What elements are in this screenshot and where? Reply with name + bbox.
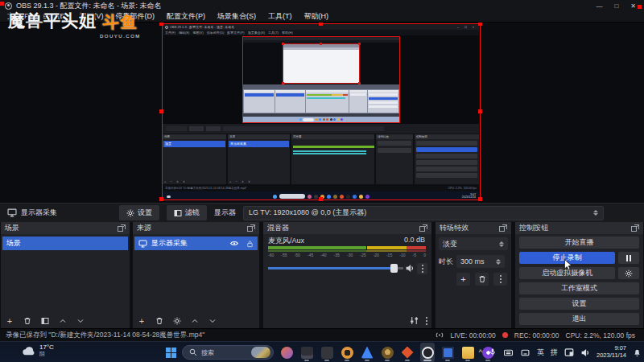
keyboard-icon[interactable] — [503, 348, 514, 357]
popout-icon[interactable] — [419, 224, 427, 232]
preview-canvas[interactable]: OBS 29.1.3 - 配置文件: 未命名 - 场景: 未命名 – □ × 文… — [0, 23, 644, 203]
selection-handle[interactable] — [478, 23, 482, 26]
trash-icon — [155, 317, 163, 325]
source-properties-button[interactable] — [171, 315, 183, 326]
selection-handle[interactable] — [478, 109, 482, 113]
studio-mode-button[interactable]: 工作室模式 — [519, 282, 639, 294]
minimize-button[interactable]: — — [596, 2, 602, 10]
add-source-button[interactable]: + — [136, 315, 147, 326]
exit-button[interactable]: 退出 — [519, 313, 639, 325]
visibility-eye-icon[interactable] — [229, 240, 239, 247]
volume-slider-handle[interactable] — [390, 264, 398, 273]
selection-handle[interactable] — [159, 109, 163, 113]
source-down-button[interactable] — [207, 315, 218, 326]
settings-button[interactable]: 设置 — [519, 298, 639, 310]
touchpad-icon[interactable] — [520, 348, 530, 357]
menu-docks[interactable]: 停靠部件(D) — [116, 11, 155, 22]
display-select[interactable]: LG TV: 1920x1080 @ 0,0 (主显示器) — [243, 206, 604, 220]
transition-options-button[interactable] — [493, 273, 507, 286]
selection-handle[interactable] — [478, 197, 482, 201]
volume-slider[interactable] — [268, 267, 403, 269]
notification-screen-icon[interactable] — [564, 348, 574, 357]
taskbar-app-icon[interactable] — [440, 343, 455, 362]
menu-scene-collection[interactable]: 场景集合(S) — [217, 11, 256, 22]
taskbar-app-icon[interactable] — [360, 343, 374, 362]
remove-transition-button[interactable] — [475, 273, 489, 286]
add-transition-button[interactable]: + — [456, 273, 470, 286]
scene-filters-button[interactable] — [39, 315, 51, 326]
popout-icon[interactable] — [499, 224, 507, 232]
scene-up-button[interactable] — [57, 315, 68, 326]
maximize-button[interactable]: □ — [614, 2, 618, 10]
menu-profile[interactable]: 配置文件(P) — [167, 11, 205, 22]
cpu-stats: CPU: 2.2%, 120.00 fps — [566, 331, 635, 339]
source-selection-rect[interactable] — [162, 23, 481, 200]
source-settings-button[interactable]: 设置 — [119, 205, 159, 220]
virtual-camera-settings-button[interactable] — [618, 267, 639, 279]
taskbar-app-icon[interactable] — [380, 343, 394, 362]
ime-language-indicator[interactable]: 英 — [537, 348, 544, 358]
transition-select[interactable]: 淡变 — [439, 237, 508, 250]
source-up-button[interactable] — [189, 315, 200, 326]
remove-source-button[interactable] — [154, 315, 165, 326]
duration-spinbox[interactable]: 300 ms — [456, 255, 505, 268]
filters-icon — [41, 317, 49, 325]
mixer-title: 混音器 — [267, 223, 289, 233]
weather-widget[interactable]: 17°C 阴 — [21, 344, 54, 357]
popout-icon[interactable] — [118, 224, 126, 232]
pause-recording-button[interactable] — [618, 252, 639, 264]
menu-tools[interactable]: 工具(T) — [268, 11, 292, 22]
volume-meter-peak — [268, 250, 426, 252]
search-input[interactable]: 搜索 — [182, 345, 274, 360]
menu-help[interactable]: 帮助(H) — [304, 11, 329, 22]
taskbar-app-icon[interactable] — [320, 343, 334, 362]
status-bar: 录像已保存到 "D:/新建文件夹/2023-11-14 08-54-28魔兽世界… — [0, 328, 644, 341]
sources-panel: 来源 显示器采集 + — [133, 222, 259, 328]
recording-indicator-icon — [502, 332, 508, 338]
scenes-panel: 场景 场景 + — [1, 222, 130, 328]
menu-view[interactable]: 视图(V) — [80, 11, 104, 22]
source-item[interactable]: 显示器采集 — [134, 237, 258, 250]
taskbar-clock[interactable]: 9:07 2023/11/14 — [597, 345, 626, 359]
taskbar-app-icon[interactable] — [400, 343, 415, 362]
scene-item[interactable]: 场景 — [2, 237, 128, 250]
selection-handle[interactable] — [159, 197, 163, 201]
ime-mode-indicator[interactable]: 拼 — [551, 348, 558, 358]
source-filters-button[interactable]: 滤镜 — [167, 205, 207, 220]
popout-icon[interactable] — [631, 224, 639, 232]
mixer-options-button[interactable] — [425, 316, 428, 326]
selection-handle[interactable] — [319, 197, 323, 201]
tray-expand-chevron[interactable]: ^ — [479, 348, 482, 356]
close-button[interactable]: ✕ — [630, 2, 636, 10]
scene-down-button[interactable] — [75, 315, 86, 326]
menu-file[interactable]: 文件(F) — [7, 11, 31, 22]
taskbar-app-icon[interactable] — [340, 343, 354, 362]
taskbar-app-icon[interactable] — [279, 343, 294, 362]
taskbar-app-icon[interactable] — [299, 343, 314, 362]
selected-source-label: 显示器采集 — [21, 208, 57, 218]
broadcast-icon — [435, 331, 444, 339]
mixer-channel-name: 麦克风/Aux — [268, 236, 304, 246]
mixer-config-button[interactable] — [410, 316, 419, 326]
start-streaming-button[interactable]: 开始直播 — [519, 237, 639, 249]
bell-icon[interactable] — [633, 348, 642, 357]
remove-scene-button[interactable] — [22, 315, 33, 326]
weather-temp: 17°C — [39, 344, 54, 351]
file-explorer-icon[interactable] — [460, 343, 475, 362]
start-button[interactable] — [166, 348, 176, 358]
microphone-icon[interactable] — [489, 348, 497, 357]
screen-capture-handle — [638, 5, 642, 9]
selection-handle[interactable] — [319, 23, 323, 26]
menu-edit[interactable]: 编辑(E) — [43, 11, 68, 22]
speaker-icon[interactable] — [405, 264, 415, 273]
obs-taskbar-icon[interactable] — [420, 343, 435, 362]
speaker-icon[interactable] — [580, 348, 590, 357]
obs-main-window: OBS 29.1.3 - 配置文件: 未命名 - 场景: 未命名 — □ ✕ 文… — [0, 0, 644, 362]
popout-icon[interactable] — [247, 224, 255, 232]
channel-options-button[interactable] — [417, 263, 427, 274]
lock-icon[interactable] — [246, 240, 254, 248]
selection-handle[interactable] — [159, 23, 163, 26]
add-scene-button[interactable]: + — [4, 315, 15, 326]
rec-time: REC: 00:00:00 — [514, 331, 559, 339]
chevron-down-icon — [208, 317, 217, 325]
